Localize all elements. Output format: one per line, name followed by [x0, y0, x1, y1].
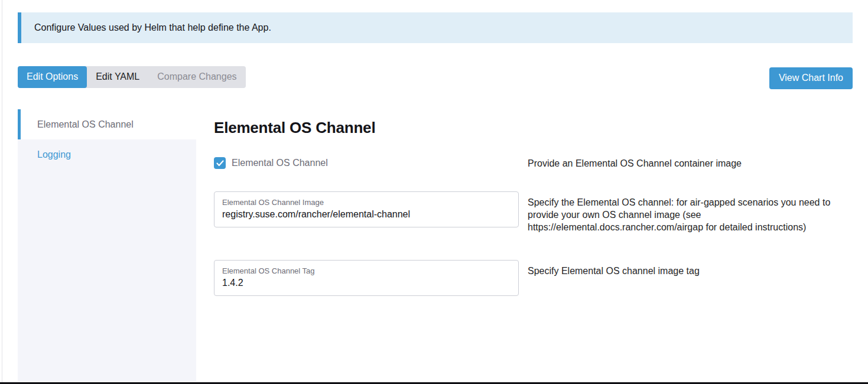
banner-text: Configure Values used by Helm that help …: [34, 22, 271, 32]
tab-edit-yaml[interactable]: Edit YAML: [87, 66, 148, 88]
page-left-edge: [2, 0, 2, 384]
channel-tag-input[interactable]: [222, 278, 511, 288]
sidebar-item-elemental-os-channel[interactable]: Elemental OS Channel: [18, 109, 196, 139]
channel-image-field-label: Elemental OS Channel Image: [222, 198, 511, 207]
channel-image-description: Specify the Elemental OS channel: for ai…: [528, 191, 853, 233]
channel-image-input[interactable]: [222, 209, 511, 220]
config-form-panel: Elemental OS Channel Elemental OS Channe…: [214, 119, 853, 323]
sidebar-item-label: Logging: [37, 149, 71, 160]
view-chart-info-button[interactable]: View Chart Info: [769, 67, 853, 89]
config-section-sidebar: Elemental OS Channel Logging: [18, 109, 196, 381]
sidebar-item-logging[interactable]: Logging: [18, 139, 196, 170]
channel-tag-description: Specify Elemental OS channel image tag: [528, 260, 700, 277]
channel-tag-field-label: Elemental OS Channel Tag: [222, 266, 511, 275]
channel-image-row: Elemental OS Channel Image Specify the E…: [214, 191, 853, 233]
sidebar-item-label: Elemental OS Channel: [37, 119, 134, 130]
editor-mode-tabbar: Edit Options Edit YAML Compare Changes: [18, 66, 246, 88]
helm-values-info-banner: Configure Values used by Helm that help …: [18, 12, 853, 43]
tab-compare-changes[interactable]: Compare Changes: [148, 66, 245, 88]
checkbox-row: Elemental OS Channel Provide an Elementa…: [214, 157, 853, 170]
tab-edit-options[interactable]: Edit Options: [18, 66, 87, 88]
elemental-os-channel-checkbox[interactable]: Elemental OS Channel: [214, 157, 519, 169]
section-title: Elemental OS Channel: [214, 119, 853, 137]
channel-image-field: Elemental OS Channel Image: [214, 191, 519, 227]
channel-tag-field: Elemental OS Channel Tag: [214, 260, 519, 296]
checkbox-label: Elemental OS Channel: [232, 158, 328, 168]
checkbox-description: Provide an Elemental OS Channel containe…: [528, 157, 742, 170]
checkbox-checked-icon: [214, 157, 226, 169]
channel-tag-row: Elemental OS Channel Tag Specify Element…: [214, 260, 853, 296]
